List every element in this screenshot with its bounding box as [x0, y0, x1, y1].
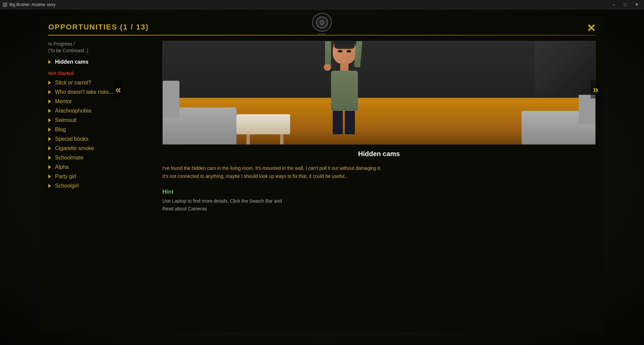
item-label: Mentor	[55, 98, 72, 105]
table-leg-1	[247, 134, 250, 144]
item-label: Special books	[55, 136, 89, 142]
char-leg-left	[333, 111, 343, 134]
arrow-icon	[48, 137, 51, 141]
not-started-label: Not Started	[48, 71, 153, 76]
in-progress-label: In Progress / (To be Continued..)	[48, 41, 153, 54]
minimize-button[interactable]: –	[609, 1, 619, 8]
active-opportunity-item[interactable]: Hidden cams	[48, 57, 153, 67]
char-neck	[340, 64, 348, 71]
arrow-icon	[48, 175, 51, 179]
not-started-item[interactable]: Who doesn't take risks...	[48, 87, 153, 97]
opportunities-panel: HIDE OPPORTUNITIES (1 / 13) ✕ In Progres…	[40, 16, 604, 332]
character	[331, 41, 358, 134]
prev-button[interactable]: «	[113, 80, 122, 98]
app-title: Big Brother: Another story	[9, 2, 55, 7]
arrow-icon	[48, 156, 51, 160]
arrow-icon	[48, 99, 51, 104]
opportunity-detail-title: Hidden cams	[162, 150, 596, 158]
arrow-icon	[48, 81, 51, 85]
arrow-icon	[48, 118, 51, 122]
close-icon[interactable]: ✕	[587, 22, 596, 34]
not-started-item[interactable]: Special books	[48, 134, 153, 144]
item-label: Arachnophobia	[55, 108, 91, 114]
arrow-icon	[48, 165, 51, 169]
window-close-button[interactable]: ✕	[632, 1, 641, 8]
not-started-item[interactable]: Schoolgirl	[48, 181, 153, 191]
item-label: Swimsuit	[55, 117, 76, 123]
item-label: Cigarette smoke	[55, 145, 94, 151]
char-eye-left	[338, 50, 342, 53]
story-image	[162, 41, 596, 145]
not-started-item[interactable]: Alpha	[48, 162, 153, 172]
content-area: In Progress / (To be Continued..) Hidden…	[40, 36, 604, 328]
char-head	[333, 41, 356, 64]
hint-section: Hint Use Laptop to find more details. Cl…	[162, 189, 596, 213]
coffee-table	[236, 114, 290, 134]
char-legs	[333, 111, 356, 134]
item-label: Schoolgirl	[55, 183, 78, 189]
story-description: I've found the hidden cam in the living …	[162, 163, 596, 182]
next-button[interactable]: »	[591, 80, 599, 98]
chevron-left-icon: «	[115, 84, 120, 95]
not-started-item[interactable]: Cigarette smoke	[48, 144, 153, 153]
not-started-item[interactable]: Blog	[48, 125, 153, 134]
not-started-item[interactable]: Mentor	[48, 97, 153, 106]
item-label: Blog	[55, 127, 66, 133]
not-started-item[interactable]: Swimsuit	[48, 116, 153, 125]
title-bar: Big Brother: Another story – □ ✕	[0, 0, 644, 9]
right-content: Hidden cams I've found the hidden cam in…	[162, 41, 596, 322]
item-label: Stick or carrot?	[55, 80, 91, 86]
item-label: Alpha	[55, 164, 69, 170]
arrow-icon	[48, 60, 51, 64]
char-leg-right	[345, 111, 355, 134]
dark-corner	[535, 41, 595, 95]
hint-label: Hint	[162, 189, 596, 195]
arrow-icon	[48, 90, 51, 94]
not-started-item[interactable]: Arachnophobia	[48, 106, 153, 116]
not-started-list: Stick or carrot?Who doesn't take risks..…	[48, 78, 153, 191]
arrow-icon	[48, 109, 51, 113]
hint-text: Use Laptop to find more details. Click t…	[162, 197, 596, 213]
maximize-button[interactable]: □	[621, 1, 630, 8]
panel-header: HIDE OPPORTUNITIES (1 / 13) ✕	[40, 16, 604, 36]
active-item-label: Hidden cams	[55, 59, 89, 65]
window-controls: – □ ✕	[609, 1, 641, 8]
not-started-item[interactable]: Stick or carrot?	[48, 78, 153, 87]
arrow-icon	[48, 184, 51, 188]
arrow-icon	[48, 146, 51, 150]
char-arm-left	[325, 41, 331, 67]
item-label: Schoolmate	[55, 155, 84, 161]
char-hair	[334, 41, 355, 49]
arrow-icon	[48, 128, 51, 132]
sofa-arm-left	[163, 81, 179, 118]
panel-close-button[interactable]: ✕	[587, 23, 596, 33]
not-started-item[interactable]: Schoolmate	[48, 153, 153, 162]
app-icon	[3, 2, 7, 7]
panel-title: OPPORTUNITIES (1 / 13)	[48, 23, 149, 31]
char-eyes	[338, 50, 351, 53]
not-started-item[interactable]: Party girl	[48, 172, 153, 181]
camera-icon-header: HIDE	[310, 13, 334, 36]
char-eye-right	[346, 50, 351, 53]
item-label: Who doesn't take risks...	[55, 89, 113, 95]
item-label: Party girl	[55, 174, 76, 180]
char-torso	[331, 71, 358, 111]
left-sidebar: In Progress / (To be Continued..) Hidden…	[48, 41, 156, 322]
table-leg-2	[280, 134, 283, 144]
camera-label: HIDE	[318, 33, 326, 36]
chevron-right-icon: »	[593, 84, 597, 95]
